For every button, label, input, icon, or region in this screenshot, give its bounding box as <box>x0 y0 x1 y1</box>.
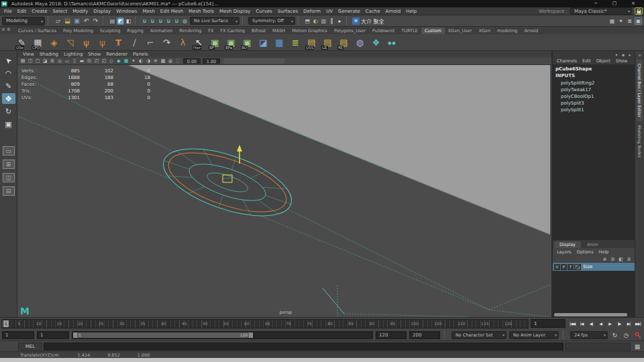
shelf-tab[interactable]: MASH <box>269 27 288 34</box>
shelf-tab[interactable]: XGen <box>475 27 494 34</box>
resolution-gate-icon[interactable]: ▯ <box>71 58 78 64</box>
display-layer-row[interactable]: V P T Size <box>553 263 635 271</box>
live-surface-field[interactable]: No Live Surface <box>190 17 239 25</box>
go-to-start-button[interactable]: |◀◀ <box>568 319 577 328</box>
shelf-tab[interactable]: Motion Graphics <box>288 27 331 34</box>
shelf-folder-re-icon[interactable]: ▤ RE <box>337 36 351 50</box>
shelf-ose-icon[interactable]: ✎ OSe <box>15 36 29 50</box>
rotate-tool-icon[interactable]: ↻ <box>2 106 15 117</box>
workspace-dropdown[interactable]: Maya Classic* <box>570 7 632 15</box>
sidebar-tab[interactable]: Channel Box / Layer Editor <box>637 60 643 121</box>
playback-range-bar[interactable]: 1 120 <box>73 333 253 338</box>
motion-blur-icon[interactable]: ≋ <box>152 58 159 64</box>
textured-mode-icon[interactable]: ▦ <box>123 58 129 64</box>
step-forward-frame-button[interactable]: ▶| <box>624 319 633 328</box>
layer-editor-menu[interactable]: Layers <box>555 249 574 255</box>
xray-icon[interactable]: ◍ <box>167 58 174 64</box>
snap-view-plane-icon[interactable]: ∪ <box>173 17 180 25</box>
open-scene-icon[interactable]: ⬓ <box>63 17 72 25</box>
input-field-group[interactable]: ≡ 大介 聚全 <box>352 17 384 25</box>
select-hierarchy-icon[interactable]: ▤ <box>109 17 116 25</box>
command-language-button[interactable]: MEL <box>18 343 42 351</box>
playback-start-field[interactable]: 1 <box>37 331 69 339</box>
symmetry-dropdown[interactable]: Symmetry: Off <box>248 17 295 25</box>
status-divider[interactable] <box>298 17 301 25</box>
render-frame-icon[interactable]: ⬒ <box>304 17 311 25</box>
panel-menu-item[interactable]: Renderer <box>103 52 130 57</box>
exposure-field[interactable]: 0.00 <box>183 58 201 64</box>
pan-zoom-icon[interactable]: ⊞ <box>49 58 56 64</box>
node-name[interactable]: pCube6Shape <box>555 66 635 72</box>
minimize-button[interactable]: ─ <box>586 0 605 7</box>
image-plane-icon[interactable]: ◪ <box>42 58 48 64</box>
shelf-type-tool-icon[interactable]: T <box>111 36 125 50</box>
multisample-icon[interactable]: ▩ <box>160 58 166 64</box>
status-divider[interactable] <box>346 17 350 25</box>
attribute-editor-toggle-icon[interactable]: ▦ <box>608 17 616 25</box>
view-transform-field[interactable] <box>223 58 285 64</box>
shelf-boolean-cube-icon[interactable]: ❖ <box>369 36 383 50</box>
channel-box-menu[interactable]: Object <box>594 58 612 64</box>
playback-end-field[interactable]: 120 <box>376 331 407 339</box>
input-mode-icon[interactable]: ≡ <box>352 17 360 25</box>
shelf-tab[interactable]: Polygons_User <box>331 27 369 34</box>
range-slider[interactable]: 1 120 <box>72 331 373 339</box>
pause-icon[interactable]: ‖ <box>328 17 335 25</box>
shelf-tab[interactable]: Poly Modeling <box>60 27 97 34</box>
shelf-tab[interactable]: FX <box>205 27 217 34</box>
panel-menu-item[interactable]: Show <box>85 52 103 57</box>
shelf-measure-icon[interactable]: ∕ <box>127 36 142 50</box>
shelf-menu-icon[interactable]: ≡ <box>1 27 5 32</box>
layer-template-toggle[interactable]: T <box>568 264 574 270</box>
shelf-tab[interactable]: XGen_User <box>445 27 476 34</box>
cb-speed-icon[interactable]: ▪ <box>621 52 626 57</box>
layer-list-icon[interactable]: ≣ <box>626 256 632 262</box>
shelf-tab[interactable]: modeling <box>494 27 521 34</box>
shelf-folder-oss-icon[interactable]: ▤ OSS <box>305 36 319 50</box>
shadows-icon[interactable]: ◐ <box>138 58 144 64</box>
panel-menu-item[interactable]: Shading <box>37 52 61 57</box>
lasso-tool-icon[interactable]: ◠ <box>2 68 15 78</box>
layer-scrollbar[interactable] <box>553 312 635 317</box>
time-slider[interactable]: 5101520253035404550556065707580859095100… <box>1 319 529 328</box>
shelf-tab[interactable]: Custom <box>421 27 445 34</box>
menu-item[interactable]: Display <box>91 9 113 14</box>
ipr-render-icon[interactable]: ◐ <box>312 17 319 25</box>
panel-menu-item[interactable]: View <box>20 52 37 57</box>
menu-item[interactable]: Surfaces <box>275 9 301 14</box>
menu-item[interactable]: Windows <box>113 9 140 14</box>
menu-item[interactable]: Generate <box>335 9 363 14</box>
menu-item[interactable]: Modify <box>70 9 91 14</box>
menu-item[interactable]: File <box>1 9 15 14</box>
cb-options-icon[interactable]: ▸ <box>627 52 633 57</box>
new-scene-icon[interactable]: ▱ <box>54 17 62 25</box>
move-tool-icon[interactable]: ✥ <box>2 93 15 104</box>
step-back-frame-button[interactable]: |◀ <box>577 319 586 328</box>
shelf-shatter-icon[interactable]: ◈ <box>47 36 61 50</box>
snap-point-icon[interactable]: ∪ <box>157 17 164 25</box>
shelf-measure-angle-icon[interactable]: ⌐ <box>144 36 158 50</box>
shelf-grid-icon[interactable]: ▦ <box>272 36 286 50</box>
layer-editor-tab[interactable]: Anim <box>582 241 604 248</box>
shelf-tab[interactable]: Sculpting <box>97 27 123 34</box>
undo-icon[interactable]: ↶ <box>82 17 91 25</box>
camera-attrs-icon[interactable]: ◫ <box>27 58 34 64</box>
layer-editor-menu[interactable]: Help <box>597 249 611 255</box>
channel-box-toggle-icon[interactable]: ≣ <box>626 17 633 25</box>
collapse-sidebar-icon[interactable]: ≡ <box>638 52 641 57</box>
current-time-indicator[interactable]: 1 <box>3 320 9 327</box>
shelf-gear-icon[interactable]: ⊕ <box>7 27 11 32</box>
range-end-handle[interactable] <box>249 333 253 338</box>
select-object-icon[interactable]: ◩ <box>117 17 124 25</box>
field-chart-icon[interactable]: ⊟ <box>86 58 93 64</box>
inputs-section-label[interactable]: INPUTS <box>555 73 635 78</box>
perspective-viewport[interactable]: ViewShadingLightingShowRendererPanels ▤◫… <box>17 51 551 317</box>
oversampling-icon[interactable]: ◎ <box>56 58 63 64</box>
playback-loop-icon[interactable]: ↻ <box>610 331 619 339</box>
menu-item[interactable]: Mesh Display <box>217 9 253 14</box>
snap-grid-icon[interactable]: ∪ <box>141 17 148 25</box>
anim-end-field[interactable]: 200 <box>409 331 440 339</box>
select-component-icon[interactable]: ◧ <box>125 17 132 25</box>
render-settings-icon[interactable]: ▥ <box>320 17 327 25</box>
input-node-item[interactable]: polySplit1 <box>555 107 635 113</box>
